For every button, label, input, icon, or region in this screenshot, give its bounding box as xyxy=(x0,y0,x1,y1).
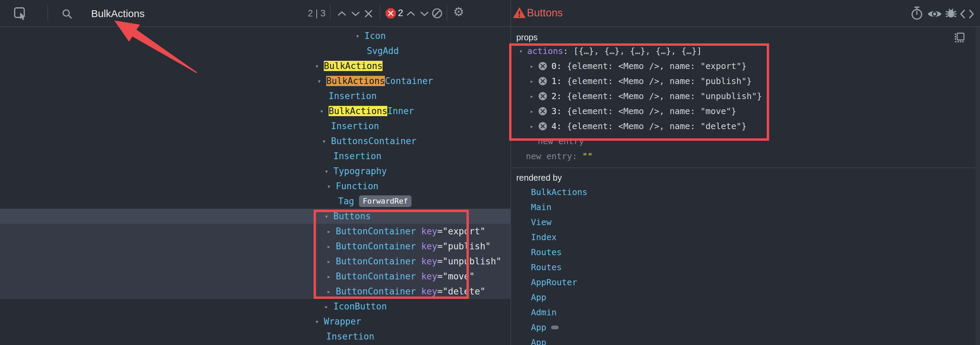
toolbar-divider xyxy=(48,5,48,21)
inspect-dom-eye-icon[interactable] xyxy=(927,9,942,21)
rendered-by-item-app-10[interactable]: App xyxy=(512,335,975,345)
chevron-down-icon[interactable]: ▾ xyxy=(327,179,336,194)
rendered-by-item-routes-5[interactable]: Routes xyxy=(512,260,975,275)
tree-row-insertion[interactable]: Insertion xyxy=(0,329,511,344)
tree-row-insertion[interactable]: Insertion xyxy=(0,88,511,104)
prop-row-action-2[interactable]: ▸2: {element: <Memo />, name: "unpublish… xyxy=(512,88,975,104)
tree-row-insertion[interactable]: Insertion xyxy=(0,118,511,134)
tree-row-iconbutton[interactable]: ▸IconButton xyxy=(0,299,511,314)
prop-row-action-3[interactable]: ▸3: {element: <Memo />, name: "move"} xyxy=(512,104,975,118)
prop-row-action-1[interactable]: ▸1: {element: <Memo />, name: "publish"} xyxy=(512,73,975,88)
debug-bug-icon[interactable] xyxy=(945,7,958,21)
new-entry-row[interactable]: new entry: "" xyxy=(512,149,975,164)
new-entry-value[interactable]: "" xyxy=(582,151,593,161)
tree-row-buttoncontainer-delete[interactable]: ▸ButtonContainer key="delete" xyxy=(0,284,511,299)
search-input[interactable] xyxy=(91,5,296,22)
chevron-right-icon[interactable]: ▸ xyxy=(530,62,538,70)
app-dash-badge xyxy=(551,326,558,329)
rendered-by-item-approuter-6[interactable]: AppRouter xyxy=(512,275,975,290)
suspense-stopwatch-icon[interactable] xyxy=(910,6,923,22)
tree-row-buttons[interactable]: ▾Buttons xyxy=(0,209,511,224)
prop-row-actions[interactable]: ▾actions: [{…}, {…}, {…}, {…}, {…}] xyxy=(512,43,975,58)
prop-index: 0: xyxy=(551,61,567,71)
previous-error-icon[interactable] xyxy=(406,10,415,18)
tree-row-buttoncontainer-unpublish[interactable]: ▸ButtonContainer key="unpublish" xyxy=(0,254,511,269)
tree-row-buttonscontainer[interactable]: ▾ButtonsContainer xyxy=(0,134,511,149)
chevron-right-icon[interactable]: ▸ xyxy=(530,108,538,115)
rendered-by-list: BulkActionsMainViewIndexRoutesRoutesAppR… xyxy=(512,184,975,345)
chevron-right-icon[interactable]: ▸ xyxy=(327,239,336,254)
chevron-down-icon[interactable]: ▾ xyxy=(325,209,333,224)
collapse-chevron-icon[interactable]: ▾ xyxy=(519,48,527,55)
chevron-down-icon[interactable]: ▾ xyxy=(322,134,331,149)
prop-value: {element: <Memo />, name: "publish"} xyxy=(567,76,752,86)
delete-entry-icon[interactable] xyxy=(538,77,547,86)
chevron-down-icon[interactable]: ▾ xyxy=(315,314,324,329)
rendered-by-item-admin-8[interactable]: Admin xyxy=(512,305,975,320)
delete-entry-icon[interactable] xyxy=(538,91,547,101)
rendered-by-item-app-9[interactable]: App xyxy=(512,320,975,335)
rendered-by-item-routes-4[interactable]: Routes xyxy=(512,244,975,260)
chevron-down-icon[interactable]: ▾ xyxy=(325,164,333,179)
tree-row-bulkactions[interactable]: ▾BulkActions xyxy=(0,58,511,73)
component-name: Typography xyxy=(333,166,387,176)
tree-row-wrapper[interactable]: ▾Wrapper xyxy=(0,314,511,329)
owner-component-name: App xyxy=(531,292,546,302)
next-error-icon[interactable] xyxy=(420,10,429,18)
clear-search-icon[interactable] xyxy=(364,9,373,20)
tree-row-buttoncontainer-export[interactable]: ▸ButtonContainer key="export" xyxy=(0,224,511,239)
copy-props-icon[interactable] xyxy=(954,32,965,48)
rendered-by-item-main-1[interactable]: Main xyxy=(512,200,975,214)
component-name: ButtonContainer xyxy=(336,241,416,251)
new-entry-muted-row[interactable]: new entry xyxy=(512,134,975,149)
delete-entry-icon[interactable] xyxy=(538,61,547,71)
component-name: Tag xyxy=(338,196,354,206)
tree-row-insertion[interactable]: Insertion xyxy=(0,149,511,164)
tree-row-tag[interactable]: TagForwardRef xyxy=(0,194,511,209)
prop-value: : [{…}, {…}, {…}, {…}, {…}] xyxy=(563,46,702,56)
tree-row-buttoncontainer-move[interactable]: ▸ButtonContainer key="move" xyxy=(0,269,511,284)
chevron-right-icon[interactable]: ▸ xyxy=(327,284,336,299)
error-triangle-icon xyxy=(513,8,525,20)
prop-row-action-4[interactable]: ▸4: {element: <Memo />, name: "delete"} xyxy=(512,118,975,134)
new-entry-colon: : xyxy=(572,151,582,161)
chevron-down-icon[interactable]: ▾ xyxy=(317,73,326,88)
tree-row-svgadd[interactable]: SvgAdd xyxy=(0,43,511,58)
chevron-right-icon[interactable]: ▸ xyxy=(530,93,538,100)
props-section-label: props xyxy=(516,32,538,42)
prop-row-action-0[interactable]: ▸0: {element: <Memo />, name: "export"} xyxy=(512,58,975,73)
chevron-down-icon[interactable]: ▾ xyxy=(320,104,329,118)
tree-row-buttoncontainer-publish[interactable]: ▸ButtonContainer key="publish" xyxy=(0,239,511,254)
view-source-code-icon[interactable] xyxy=(959,9,975,21)
chevron-right-icon[interactable]: ▸ xyxy=(327,254,336,269)
chevron-right-icon[interactable]: ▸ xyxy=(325,299,333,314)
chevron-right-icon[interactable]: ▸ xyxy=(327,224,336,239)
chevron-right-icon[interactable]: ▸ xyxy=(530,78,538,85)
react-devtools-window: 2 | 3 2 ⚙ xyxy=(0,0,980,345)
tree-row-bulkactionscontainer[interactable]: ▾BulkActionsContainer xyxy=(0,73,511,88)
component-name: Inner xyxy=(387,106,414,116)
rendered-by-item-app-7[interactable]: App xyxy=(512,290,975,305)
tree-row-function[interactable]: ▾Function xyxy=(0,179,511,194)
next-result-icon[interactable] xyxy=(351,10,360,18)
component-name: Insertion xyxy=(326,331,374,342)
clear-errors-icon[interactable] xyxy=(431,8,443,21)
previous-result-icon[interactable] xyxy=(337,10,347,18)
rendered-by-item-index-3[interactable]: Index xyxy=(512,230,975,244)
tree-row-typography[interactable]: ▾Typography xyxy=(0,164,511,179)
delete-entry-icon[interactable] xyxy=(538,121,547,131)
rendered-by-item-view-2[interactable]: View xyxy=(512,214,975,230)
delete-entry-icon[interactable] xyxy=(538,107,547,116)
right-panel-scrollbar[interactable] xyxy=(975,27,980,345)
chevron-right-icon[interactable]: ▸ xyxy=(530,123,538,130)
settings-gear-icon[interactable]: ⚙ xyxy=(453,5,464,19)
chevron-right-icon[interactable]: ▸ xyxy=(327,269,336,284)
component-name: Insertion xyxy=(331,121,379,131)
tree-row-bulkactionsinner[interactable]: ▾BulkActionsInner xyxy=(0,104,511,118)
key-attribute-name: key xyxy=(416,256,438,267)
rendered-by-item-bulkactions-0[interactable]: BulkActions xyxy=(512,184,975,200)
chevron-down-icon[interactable]: ▾ xyxy=(315,58,324,73)
inspect-element-icon[interactable] xyxy=(14,7,27,22)
tree-row-icon[interactable]: ▾Icon xyxy=(0,28,511,43)
chevron-down-icon[interactable]: ▾ xyxy=(356,28,364,43)
